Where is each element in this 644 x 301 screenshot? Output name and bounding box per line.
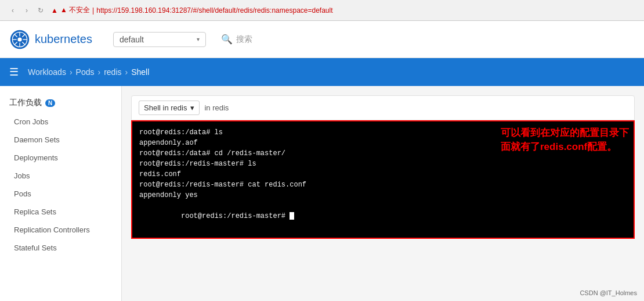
workloads-label: 工作负载 (9, 98, 42, 108)
shell-dropdown[interactable]: Shell in redis ▾ (139, 101, 200, 115)
terminal-line-2: appendonly.aof (139, 138, 627, 148)
back-button[interactable]: ‹ (7, 5, 19, 16)
terminal-line-4: root@redis:/redis-master# ls (139, 159, 627, 169)
content-panel: Shell in redis ▾ in redis root@redis:/da… (122, 86, 644, 301)
search-icon: 🔍 (221, 34, 233, 45)
security-warning: ▲ ▲ 不安全 | https://159.198.160.194:31287/… (51, 5, 333, 15)
terminal-line-5: redis.conf (139, 169, 627, 180)
warning-text: ▲ 不安全 (60, 5, 90, 15)
sidebar-item-replication-controllers[interactable]: Replication Controllers (0, 221, 121, 239)
svg-point-10 (17, 37, 21, 41)
logo-text: kubernetes (35, 33, 92, 46)
search-placeholder-text: 搜索 (236, 34, 252, 45)
workloads-badge: N (45, 99, 55, 107)
sidebar-section-header: 工作负载 N (0, 93, 121, 113)
kubernetes-logo: kubernetes (9, 29, 92, 50)
terminal-line-3: root@redis:/data# cd /redis-master/ (139, 148, 627, 159)
forward-button[interactable]: › (21, 5, 32, 16)
sidebar-item-jobs[interactable]: Jobs (0, 167, 121, 185)
shell-in-label: in redis (204, 103, 229, 112)
url-text: https://159.198.160.194:31287/#/shell/de… (96, 6, 332, 15)
separator-3: › (125, 67, 128, 77)
search-area: 🔍 搜索 (221, 34, 252, 45)
nav-buttons: ‹ › ↻ (7, 5, 46, 16)
breadcrumb: Workloads › Pods › redis › Shell (28, 67, 149, 77)
shell-dropdown-label: Shell in redis (144, 103, 187, 112)
sidebar-item-replica-sets[interactable]: Replica Sets (0, 203, 121, 221)
footer-attribution: CSDN @IT_Holmes (580, 289, 637, 296)
sidebar-item-daemon-sets[interactable]: Daemon Sets (0, 131, 121, 149)
dropdown-chevron-icon: ▾ (190, 103, 194, 112)
breadcrumb-pods[interactable]: Pods (76, 67, 95, 77)
namespace-selector[interactable]: default ▾ (113, 32, 206, 47)
shell-header: Shell in redis ▾ in redis (131, 95, 635, 120)
terminal-line-7: appendonly yes (139, 190, 627, 200)
sidebar: 工作负载 N Cron Jobs Daemon Sets Deployments… (0, 86, 122, 301)
breadcrumb-redis[interactable]: redis (104, 67, 121, 77)
kubernetes-logo-icon (9, 29, 30, 50)
main-content: 工作负载 N Cron Jobs Daemon Sets Deployments… (0, 86, 644, 301)
terminal-wrapper: root@redis:/data# ls appendonly.aof root… (131, 120, 635, 239)
sidebar-item-stateful-sets[interactable]: Stateful Sets (0, 239, 121, 257)
separator: | (92, 6, 94, 15)
terminal-line-8: root@redis:/redis-master# (139, 200, 627, 232)
namespace-value: default (120, 35, 192, 44)
separator-2: › (97, 67, 100, 77)
reload-button[interactable]: ↻ (35, 5, 46, 16)
sidebar-item-cron-jobs[interactable]: Cron Jobs (0, 113, 121, 131)
terminal-cursor (290, 212, 294, 220)
browser-bar: ‹ › ↻ ▲ ▲ 不安全 | https://159.198.160.194:… (0, 0, 644, 21)
warning-icon: ▲ (51, 6, 58, 15)
terminal[interactable]: root@redis:/data# ls appendonly.aof root… (131, 120, 635, 239)
breadcrumb-workloads[interactable]: Workloads (28, 67, 66, 77)
chevron-down-icon: ▾ (197, 36, 200, 42)
app-header: kubernetes default ▾ 🔍 搜索 (0, 21, 644, 58)
nav-bar: ☰ Workloads › Pods › redis › Shell (0, 58, 644, 86)
breadcrumb-shell: Shell (131, 67, 149, 77)
sidebar-item-deployments[interactable]: Deployments (0, 149, 121, 167)
separator-1: › (70, 67, 73, 77)
terminal-line-6: root@redis:/redis-master# cat redis.conf (139, 180, 627, 190)
sidebar-item-pods[interactable]: Pods (0, 185, 121, 203)
terminal-line-1: root@redis:/data# ls (139, 127, 627, 138)
hamburger-icon[interactable]: ☰ (9, 66, 19, 78)
